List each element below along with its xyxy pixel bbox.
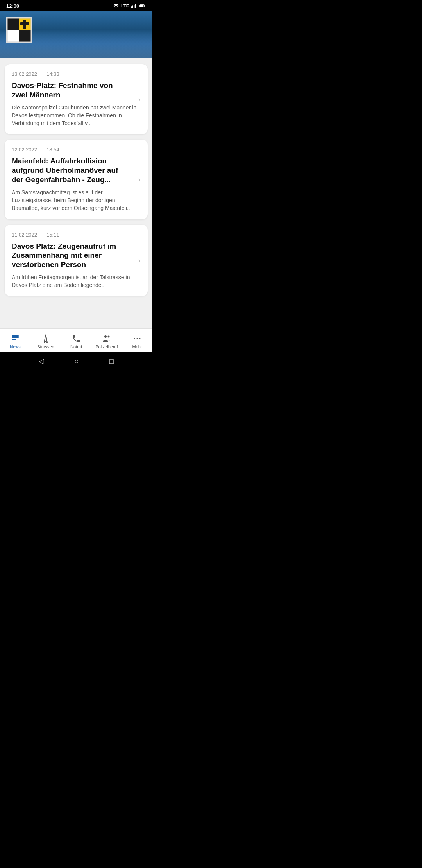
recents-button[interactable]: □ [109, 357, 114, 366]
news-date-row-2: 12.02.2022 18:54 [12, 147, 141, 152]
news-date-1: 13.02.2022 [12, 71, 37, 77]
news-card-2[interactable]: 12.02.2022 18:54 Maienfeld: Auffahrkolli… [5, 140, 148, 219]
news-excerpt-1: Die Kantonspolizei Graubünden hat zwei M… [12, 104, 141, 127]
nav-label-news: News [10, 344, 21, 349]
news-excerpt-2: Am Samstagnachmittag ist es auf der Luzi… [12, 188, 141, 212]
svg-rect-3 [135, 4, 136, 8]
nav-label-notruf: Notruf [70, 344, 82, 349]
svg-rect-18 [12, 341, 16, 341]
status-time: 12:00 [6, 3, 19, 9]
news-date-2: 12.02.2022 [12, 147, 37, 152]
news-excerpt-3: Am frühen Freitagmorgen ist an der Talst… [12, 273, 141, 289]
svg-rect-10 [20, 22, 29, 25]
svg-point-22 [104, 335, 107, 338]
nav-item-strassen[interactable]: Strassen [30, 329, 61, 352]
nav-label-mehr: Mehr [132, 344, 142, 349]
news-title-2: Maienfeld: Auffahrkollision aufgrund Übe… [12, 156, 141, 184]
news-card-3[interactable]: 11.02.2022 15:11 Davos Platz: Zeugenaufr… [5, 225, 148, 296]
nav-item-mehr[interactable]: Mehr [122, 329, 152, 352]
chevron-right-icon-1: › [138, 95, 141, 103]
chevron-right-icon-3: › [138, 256, 141, 264]
svg-rect-6 [145, 5, 145, 7]
news-time-3: 15:11 [46, 232, 59, 238]
svg-rect-16 [12, 337, 19, 338]
svg-rect-1 [132, 5, 133, 8]
svg-rect-12 [19, 30, 31, 42]
wifi-icon [113, 3, 119, 9]
back-button[interactable]: ◁ [39, 357, 44, 366]
news-icon [11, 334, 20, 343]
system-navigation-bar: ◁ ○ □ [0, 352, 152, 371]
news-date-3: 11.02.2022 [12, 232, 37, 238]
nav-label-polizeiberuf: Polizeiberuf [95, 344, 118, 349]
nav-item-notruf[interactable]: Notruf [61, 329, 91, 352]
logo-container: ♟ [6, 17, 32, 43]
news-date-row-1: 13.02.2022 14:33 [12, 71, 141, 77]
svg-point-24 [134, 338, 135, 339]
battery-icon [139, 3, 146, 9]
svg-text:♟: ♟ [9, 31, 17, 41]
bottom-navigation: News Strassen Notruf Polizeiberuf [0, 328, 152, 352]
svg-rect-7 [7, 18, 19, 30]
svg-point-25 [137, 338, 138, 339]
news-date-row-3: 11.02.2022 15:11 [12, 232, 141, 238]
svg-rect-5 [140, 5, 144, 7]
home-button[interactable]: ○ [75, 357, 79, 366]
signal-icon [131, 3, 137, 9]
news-card-1[interactable]: 13.02.2022 14:33 Davos-Platz: Festnahme … [5, 64, 148, 134]
news-title-3: Davos Platz: Zeugenaufruf im Zusammenhan… [12, 242, 141, 269]
svg-rect-0 [131, 6, 132, 8]
mehr-icon [132, 334, 142, 343]
status-bar: 12:00 LTE [0, 0, 152, 11]
chevron-right-icon-2: › [138, 175, 141, 183]
svg-rect-15 [12, 335, 19, 337]
svg-point-23 [108, 336, 110, 338]
status-icons: LTE [113, 3, 146, 9]
svg-rect-17 [12, 339, 16, 340]
polizeiberuf-icon [102, 334, 111, 343]
strassen-icon [41, 334, 50, 343]
notruf-icon [72, 334, 81, 343]
svg-point-26 [139, 338, 141, 339]
news-time-1: 14:33 [46, 71, 59, 77]
header-background: ♟ [0, 11, 152, 58]
news-feed: 13.02.2022 14:33 Davos-Platz: Festnahme … [0, 58, 152, 328]
nav-item-polizeiberuf[interactable]: Polizeiberuf [91, 329, 122, 352]
nav-item-news[interactable]: News [0, 329, 30, 352]
svg-rect-2 [134, 5, 134, 8]
news-time-2: 18:54 [46, 147, 59, 152]
news-title-1: Davos-Platz: Festnahme von zwei Männern [12, 81, 141, 100]
lte-label: LTE [121, 4, 129, 8]
nav-label-strassen: Strassen [37, 344, 54, 349]
kantonspolizei-logo: ♟ [7, 18, 31, 42]
